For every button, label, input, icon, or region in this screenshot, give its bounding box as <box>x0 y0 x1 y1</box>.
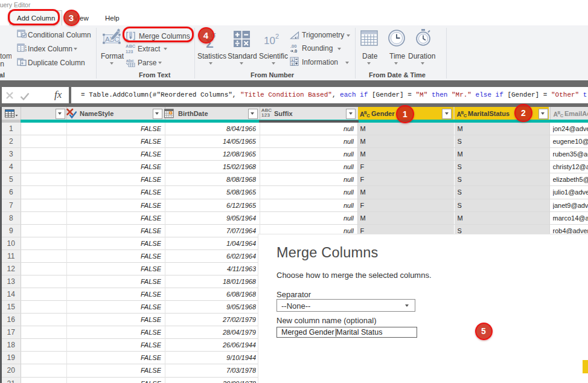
svg-text:10: 10 <box>264 35 275 47</box>
svg-text:.0: .0 <box>293 48 297 53</box>
svg-text:123: 123 <box>126 49 133 54</box>
svg-text:2: 2 <box>275 33 279 40</box>
svg-text:3: 3 <box>25 48 27 52</box>
svg-text:abc: abc <box>126 58 134 63</box>
